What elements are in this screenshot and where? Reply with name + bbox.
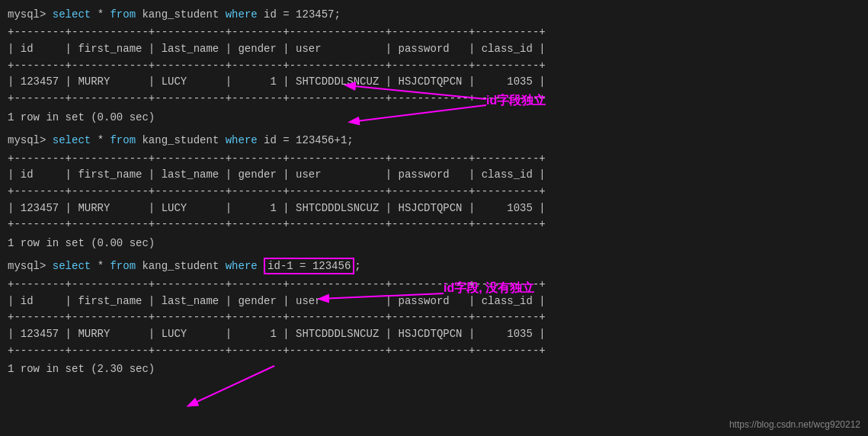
annotation-id-not-independent: id字段, 没有独立 <box>444 281 534 297</box>
keyword-where-3: where <box>226 260 258 272</box>
header-row-2: | id | first_name | last_name | gender |… <box>8 167 860 184</box>
data-row-1: | 123457 | MURRY | LUCY | 1 | SHTCDDDLSN… <box>8 74 860 91</box>
divider-bot-2: +--------+------------+-----------+-----… <box>8 216 860 233</box>
keyword-from-1: from <box>110 8 136 21</box>
row-count-2: 1 row in set (0.00 sec) <box>8 235 860 252</box>
divider-top-1: +--------+------------+-----------+-----… <box>8 24 860 41</box>
divider-mid-1: +--------+------------+-----------+-----… <box>8 58 860 75</box>
keyword-select-2: select <box>53 134 91 146</box>
keyword-where-1: where <box>226 8 258 21</box>
annotation-id-independent: id字段独立 <box>486 93 546 109</box>
query-text-1c: id = 123457; <box>258 8 341 21</box>
query-block-3: mysql> select * from kang_student where … <box>8 258 860 377</box>
watermark: https://blog.csdn.net/wcg920212 <box>729 419 860 430</box>
data-row-2: | 123457 | MURRY | LUCY | 1 | SHTCDDDLSN… <box>8 200 860 217</box>
query-line-2: mysql> select * from kang_student where … <box>8 132 860 149</box>
query-text-1: * <box>91 8 110 21</box>
terminal: mysql> select * from kang_student where … <box>0 0 868 436</box>
keyword-select-3: select <box>53 260 91 272</box>
table-block-1: +--------+------------+-----------+-----… <box>8 24 860 107</box>
query-block-1: mysql> select * from kang_student where … <box>8 6 860 126</box>
prompt-2: mysql> <box>8 134 53 146</box>
query-line-1: mysql> select * from kang_student where … <box>8 6 860 23</box>
keyword-from-3: from <box>110 260 136 272</box>
query-line-3: mysql> select * from kang_student where … <box>8 258 860 274</box>
header-row-3: | id | first_name | last_name | gender |… <box>8 293 860 310</box>
keyword-where-2: where <box>226 134 258 146</box>
header-row-1: | id | first_name | last_name | gender |… <box>8 41 860 58</box>
divider-bot-3: +--------+------------+-----------+-----… <box>8 343 860 360</box>
query-text-3: * <box>91 260 110 272</box>
keyword-from-2: from <box>110 134 136 146</box>
prompt-1: mysql> <box>8 8 53 21</box>
divider-mid-2: +--------+------------+-----------+-----… <box>8 184 860 200</box>
highlight-query-span: id-1 = 123456 <box>264 258 354 274</box>
query-text-2b: kang_student <box>136 134 226 146</box>
query-text-3c <box>258 260 264 272</box>
query-text-2: * <box>91 134 110 146</box>
table-block-3: +--------+------------+-----------+-----… <box>8 277 860 359</box>
row-count-1: 1 row in set (0.00 sec) <box>8 109 860 126</box>
query-text-3b: kang_student <box>136 260 226 272</box>
query-text-1b: kang_student <box>136 8 226 21</box>
table-block-2: +--------+------------+-----------+-----… <box>8 151 860 233</box>
query-text-2c: id = 123456+1; <box>258 134 354 146</box>
divider-bot-1: +--------+------------+-----------+-----… <box>8 91 860 107</box>
divider-top-2: +--------+------------+-----------+-----… <box>8 151 860 168</box>
data-row-3: | 123457 | MURRY | LUCY | 1 | SHTCDDDLSN… <box>8 326 860 343</box>
prompt-3: mysql> <box>8 260 53 272</box>
query-block-2: mysql> select * from kang_student where … <box>8 132 860 252</box>
divider-mid-3: +--------+------------+-----------+-----… <box>8 309 860 326</box>
row-count-3: 1 row in set (2.30 sec) <box>8 361 860 377</box>
divider-top-3: +--------+------------+-----------+-----… <box>8 277 860 293</box>
keyword-select-1: select <box>53 8 91 21</box>
query-text-3d: ; <box>354 260 360 272</box>
